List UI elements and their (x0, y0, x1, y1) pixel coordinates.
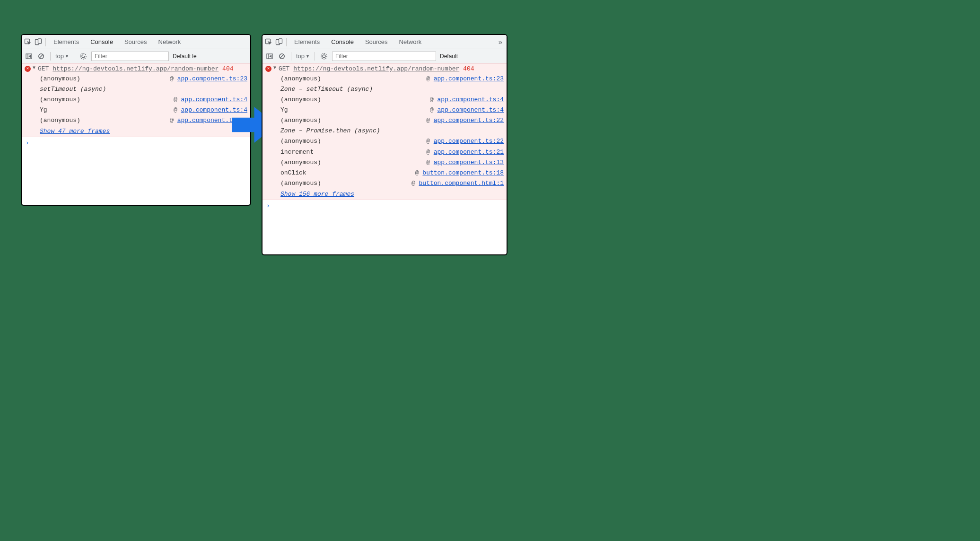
stack-frames: (anonymous)@ app.component.ts:23 setTime… (25, 74, 247, 135)
error-icon: ✕ (265, 66, 271, 72)
separator (45, 38, 46, 46)
expand-toggle[interactable]: ▼ (33, 65, 35, 72)
frame-function: (anonymous) (280, 115, 321, 126)
separator (286, 38, 287, 46)
stack-frames: (anonymous)@ app.component.ts:23 Zone – … (265, 74, 504, 198)
tab-sources[interactable]: Sources (120, 35, 152, 49)
svg-point-14 (323, 55, 325, 58)
inspect-icon[interactable] (24, 38, 32, 46)
console-prompt[interactable]: › (22, 137, 250, 148)
expand-toggle[interactable]: ▼ (273, 65, 276, 72)
tab-console[interactable]: Console (326, 35, 359, 49)
frame-source: @ button.component.html:1 (411, 178, 504, 189)
async-boundary: setTimeout (async) (40, 84, 247, 95)
devtools-tabbar: Elements Console Sources Network » (262, 35, 507, 49)
svg-point-7 (80, 53, 86, 59)
separator (315, 52, 315, 61)
filter-input[interactable] (332, 52, 436, 61)
frame-source: @ app.component.ts:22 (426, 115, 504, 126)
context-selector[interactable]: top▼ (296, 52, 310, 60)
stack-frame-row: (anonymous)@ app.component.ts:23 (40, 74, 247, 84)
frame-source: @ app.component.ts:23 (170, 74, 247, 84)
source-link[interactable]: button.component.ts:18 (422, 169, 504, 176)
frame-function: (anonymous) (280, 178, 321, 189)
tab-elements[interactable]: Elements (289, 35, 324, 49)
stack-frame-row: onClick@ button.component.ts:18 (280, 168, 504, 178)
tab-elements[interactable]: Elements (49, 35, 84, 49)
svg-rect-2 (38, 39, 42, 44)
sidebar-toggle-icon[interactable] (265, 52, 274, 61)
device-toggle-icon[interactable] (275, 38, 283, 46)
devtools-panel-after: Elements Console Sources Network » top▼ … (262, 34, 508, 255)
context-selector[interactable]: top▼ (55, 52, 69, 60)
frame-function: (anonymous) (280, 74, 321, 84)
source-link[interactable]: app.component.ts:4 (438, 96, 504, 103)
tab-console[interactable]: Console (86, 35, 118, 49)
tab-sources[interactable]: Sources (360, 35, 393, 49)
stack-frame-row: increment@ app.component.ts:21 (280, 147, 504, 157)
devtools-tabbar: Elements Console Sources Network (22, 35, 250, 49)
async-boundary: Zone – setTimeout (async) (280, 84, 504, 95)
frame-function: (anonymous) (40, 115, 80, 126)
source-link[interactable]: app.component.ts:23 (434, 75, 504, 82)
request-url[interactable]: https://ng-devtools.netlify.app/random-n… (293, 65, 459, 72)
devtools-panel-before: Elements Console Sources Network top▼ De… (21, 34, 251, 206)
source-link[interactable]: app.component.ts:21 (434, 148, 504, 156)
show-more-frames-link[interactable]: Show 156 more frames (280, 191, 354, 198)
stack-frame-row: (anonymous)@ app.component.ts:23 (280, 74, 504, 84)
http-status: 404 (463, 65, 474, 72)
stack-frame-row: (anonymous)@ app.component.ts:4 (40, 95, 247, 105)
stack-frame-row: (anonymous)@ button.component.html:1 (280, 178, 504, 189)
tab-network[interactable]: Network (154, 35, 186, 49)
stack-frame-row: (anonymous)@ app.component.ts:22 (280, 136, 504, 147)
stack-frame-row: (anonymous)@ app.component.ts:22 (40, 115, 247, 126)
frame-source: @ app.component.ts:22 (426, 136, 504, 147)
source-link[interactable]: app.component.ts:4 (181, 96, 247, 103)
clear-console-icon[interactable] (278, 52, 286, 61)
frame-source: @ button.component.ts:18 (415, 168, 504, 178)
overflow-icon[interactable]: » (496, 38, 505, 46)
svg-point-15 (321, 53, 327, 59)
tab-network[interactable]: Network (394, 35, 427, 49)
source-link[interactable]: app.component.ts:22 (434, 117, 504, 124)
source-link[interactable]: app.component.ts:23 (177, 75, 247, 82)
frame-source: @ app.component.ts:4 (430, 95, 504, 105)
filter-input[interactable] (91, 52, 169, 61)
frame-function: increment (280, 147, 314, 157)
console-body: ✕ ▼ GET https://ng-devtools.netlify.app/… (22, 63, 250, 148)
log-levels-selector[interactable]: Default le (173, 53, 197, 60)
log-levels-selector[interactable]: Default (440, 53, 458, 60)
error-entry: ✕ ▼ GET https://ng-devtools.netlify.app/… (22, 63, 250, 137)
stack-frame-row: Yg@ app.component.ts:4 (40, 105, 247, 115)
svg-line-13 (280, 54, 283, 58)
source-link[interactable]: app.component.ts:22 (434, 138, 504, 145)
separator (291, 52, 291, 61)
console-toolbar: top▼ Default le (22, 49, 250, 63)
http-method: GET (38, 65, 49, 72)
request-url[interactable]: https://ng-devtools.netlify.app/random-n… (52, 65, 219, 72)
show-more-frames-link[interactable]: Show 47 more frames (40, 128, 110, 135)
http-method: GET (279, 65, 289, 72)
frame-function: Yg (40, 105, 47, 115)
separator (50, 52, 51, 61)
frame-function: Yg (280, 105, 288, 115)
source-link[interactable]: button.component.html:1 (419, 180, 504, 187)
frame-source: @ app.component.ts:21 (426, 147, 504, 157)
source-link[interactable]: app.component.ts:4 (438, 106, 504, 113)
inspect-icon[interactable] (264, 38, 273, 46)
svg-line-5 (39, 54, 43, 58)
separator (74, 52, 74, 61)
clear-console-icon[interactable] (37, 52, 45, 61)
stack-frame-row: (anonymous)@ app.component.ts:13 (280, 157, 504, 168)
frame-source: @ app.component.ts:4 (430, 105, 504, 115)
device-toggle-icon[interactable] (34, 38, 43, 46)
live-expression-icon[interactable] (79, 52, 88, 61)
console-prompt[interactable]: › (262, 200, 507, 211)
sidebar-toggle-icon[interactable] (25, 52, 33, 61)
frame-function: (anonymous) (280, 95, 321, 105)
frame-source: @ app.component.ts:23 (426, 74, 504, 84)
frame-function: (anonymous) (40, 74, 80, 84)
source-link[interactable]: app.component.ts:13 (434, 159, 504, 166)
live-expression-icon[interactable] (320, 52, 328, 61)
frame-source: @ app.component.ts:4 (174, 95, 247, 105)
